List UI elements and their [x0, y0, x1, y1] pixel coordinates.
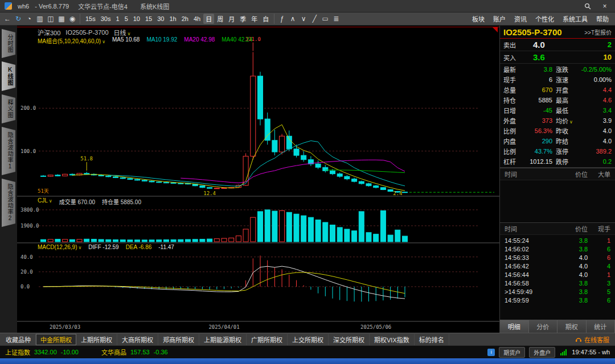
- sh-index-label[interactable]: 上证指数: [5, 348, 30, 357]
- exchange-tab[interactable]: 上交所期权: [288, 334, 329, 345]
- ask-row[interactable]: 卖出 4.0 2: [500, 39, 615, 51]
- expand-down-icon[interactable]: ∨: [298, 14, 309, 24]
- chart-mode-tab[interactable]: 隐含波动率2: [2, 179, 15, 227]
- tick-price: 3.8: [559, 288, 588, 295]
- timeframe-button[interactable]: 年: [249, 14, 260, 24]
- exchange-tab[interactable]: 期权VIX指数: [370, 334, 415, 345]
- grid-layout-icon[interactable]: ▦: [56, 14, 67, 24]
- tick-row[interactable]: 14:56:444.01: [500, 270, 615, 279]
- exchange-tab[interactable]: 上期能源期权: [199, 334, 247, 345]
- tick-row[interactable]: >14:59:493.85: [500, 287, 615, 296]
- exchange-tab[interactable]: 上期所期权: [76, 334, 117, 345]
- titlebar-view-label[interactable]: 系统K线图: [137, 2, 173, 11]
- toolbar-menu-item[interactable]: 资讯: [510, 14, 531, 23]
- macd-indicator-row: MACD(12,26,9)∨ DIFF -12.59 DEA -6.86 -11…: [38, 244, 174, 250]
- timeframe-button[interactable]: 日: [203, 14, 214, 24]
- timeframe-button[interactable]: 月: [226, 14, 237, 24]
- toolbar-menu-item[interactable]: 系统工具: [559, 14, 592, 23]
- kline-chart-icon[interactable]: ▥: [35, 14, 45, 24]
- message-icon[interactable]: i: [487, 349, 495, 356]
- tick-row[interactable]: 14:59:593.86: [500, 296, 615, 304]
- titlebar-node-label[interactable]: 文华云节点-电信4: [75, 2, 131, 11]
- vol-indicator-label[interactable]: CJL∨: [38, 197, 52, 206]
- quote-stat-row: 总量670开盘4.4: [500, 85, 615, 95]
- tick-time: >14:59:49: [505, 288, 559, 295]
- t-quote-link[interactable]: >>T型报价: [584, 28, 612, 36]
- exchange-tab[interactable]: 大商所期权: [117, 334, 158, 345]
- kline-chart[interactable]: 100.0200.01900.03800.00.020.040.051.8331…: [17, 26, 499, 333]
- stat-value: 0.00%: [580, 76, 612, 83]
- quote-stat-row: 日增-45最低3.4: [500, 105, 615, 115]
- svg-text:0.0: 0.0: [20, 284, 30, 289]
- wenhua-index-label[interactable]: 文华商品: [101, 348, 126, 357]
- foreign-account-button[interactable]: 外盘户: [529, 347, 555, 358]
- timeframe-button[interactable]: 10: [131, 15, 142, 23]
- collapse-up-icon[interactable]: ∧: [288, 14, 298, 24]
- quote-panel-tab[interactable]: 分价: [529, 320, 558, 333]
- bid-row[interactable]: 买入 3.6 10: [500, 51, 615, 64]
- toolbar-menu-item[interactable]: 帮助: [592, 14, 613, 23]
- overlay-chart-icon[interactable]: ◫: [46, 14, 56, 24]
- quote-panel-tab[interactable]: 期权: [557, 320, 587, 333]
- back-icon[interactable]: ←: [2, 14, 13, 24]
- close-icon[interactable]: ×: [599, 2, 610, 11]
- quote-panel-tab[interactable]: 统计: [587, 320, 615, 333]
- chart-mode-tab[interactable]: 释义图: [2, 94, 15, 123]
- timeframe-button[interactable]: 4h: [191, 15, 203, 23]
- alert-bell-icon[interactable]: ◉: [67, 14, 77, 24]
- tick-row[interactable]: 14:56:023.86: [500, 245, 615, 253]
- timeframe-button[interactable]: 周: [215, 14, 226, 24]
- chart-mode-tab[interactable]: 分时图: [2, 29, 15, 58]
- timeline-chart-icon[interactable]: ◔: [24, 14, 34, 24]
- period-select[interactable]: 日线∨: [114, 28, 131, 37]
- draw-line-icon[interactable]: ╱: [309, 14, 319, 24]
- list-icon[interactable]: ≣: [331, 14, 341, 24]
- clock: 19:47:55 - wh: [572, 349, 610, 355]
- timeframe-button[interactable]: 2h: [179, 15, 191, 23]
- chevron-down-icon: ∨: [102, 39, 105, 44]
- exchange-tab[interactable]: 收藏品种: [1, 334, 36, 345]
- exchange-tab[interactable]: 广期所期权: [247, 334, 288, 345]
- exchange-tab[interactable]: 深交所期权: [329, 334, 370, 345]
- tick-row[interactable]: 14:56:334.06: [500, 253, 615, 262]
- exchange-tab[interactable]: 中金所期权: [36, 334, 76, 345]
- chart-mode-tab[interactable]: 隐含波动率1: [2, 127, 15, 175]
- timeframe-button[interactable]: 30s: [99, 15, 113, 23]
- stat-value: 4.0: [580, 127, 612, 134]
- chevron-down-icon[interactable]: ∨: [569, 119, 573, 125]
- tick-row[interactable]: 14:56:583.83: [500, 279, 615, 287]
- kline-chart-region[interactable]: 100.0200.01900.03800.00.020.040.051.8331…: [17, 26, 499, 333]
- online-service-link[interactable]: 在线客服: [575, 335, 609, 344]
- timeframe-button[interactable]: 季: [237, 14, 248, 24]
- timeframe-button[interactable]: 1: [114, 15, 122, 23]
- formula-icon[interactable]: ƒ: [277, 14, 287, 24]
- timeframe-button[interactable]: 1h: [167, 15, 179, 23]
- futures-account-button[interactable]: 期货户: [499, 347, 525, 358]
- refresh-icon[interactable]: ↻: [13, 14, 23, 24]
- tick-row[interactable]: 14:56:424.04: [500, 262, 615, 270]
- quote-panel-tab[interactable]: 明细: [500, 320, 529, 333]
- tick-list[interactable]: 14:55:243.8114:56:023.8614:56:334.0614:5…: [500, 235, 615, 320]
- svg-text:3800.0: 3800.0: [20, 207, 39, 213]
- timeframe-button[interactable]: 自: [260, 14, 271, 24]
- toolbar-menu-item[interactable]: 账户: [489, 14, 510, 23]
- quote-stats: 最新3.8涨跌-0.2/5.00%现手6涨速0.00%总量670开盘4.4持仓5…: [500, 64, 615, 168]
- toolbar-menu-item[interactable]: 板块: [468, 14, 489, 23]
- search-icon[interactable]: [582, 2, 593, 11]
- macd-indicator-label[interactable]: MACD(12,26,9)∨: [38, 244, 81, 250]
- exchange-tab[interactable]: 标的排名: [415, 334, 449, 345]
- toolbar-menu-item[interactable]: 个性化: [531, 14, 558, 23]
- tick-row[interactable]: 14:55:243.81: [500, 236, 615, 245]
- ma-indicator-label[interactable]: MA组合(5,10,20,40,60,0)∨: [38, 36, 105, 45]
- window-icon[interactable]: ▭: [320, 14, 330, 24]
- volume-indicator-row: CJL∨ 成交量 670.00 持仓量 5885.00: [38, 197, 141, 206]
- stat-label: 开盘: [556, 85, 580, 94]
- tick-time: 14:55:24: [505, 237, 559, 244]
- timeframe-button[interactable]: 30: [155, 15, 166, 23]
- timeframe-button[interactable]: 15s: [83, 15, 98, 23]
- timeframe-button[interactable]: 5: [122, 15, 130, 23]
- stat-label: 最新: [503, 65, 522, 74]
- timeframe-button[interactable]: 15: [143, 15, 154, 23]
- chart-mode-tab[interactable]: K线图: [2, 61, 15, 91]
- exchange-tab[interactable]: 郑商所期权: [158, 334, 199, 345]
